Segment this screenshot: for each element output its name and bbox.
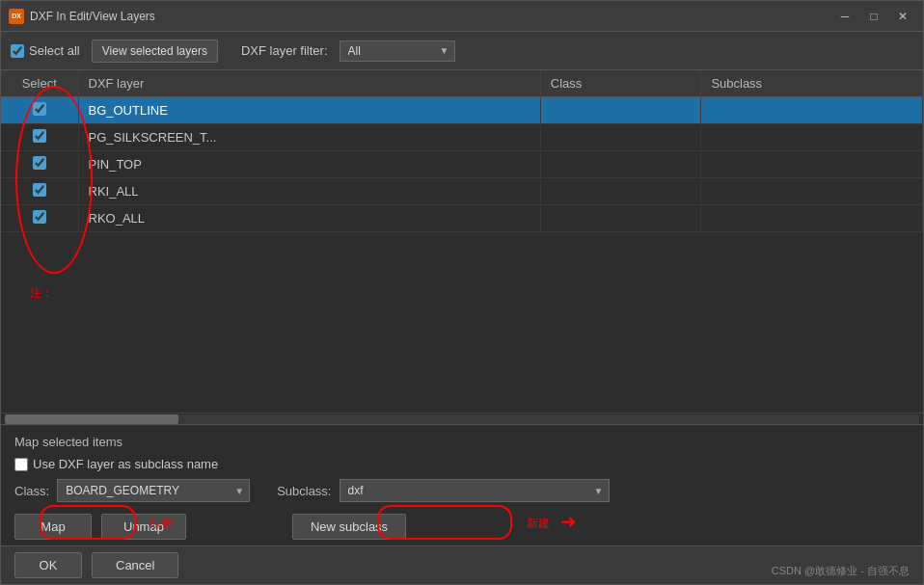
row-checkbox-0[interactable] [33, 102, 46, 116]
table-row: BG_OUTLINE [1, 97, 923, 124]
col-header-class: Class [540, 70, 701, 97]
cancel-button[interactable]: Cancel [92, 552, 178, 578]
select-all-checkbox[interactable] [11, 44, 24, 58]
view-selected-button[interactable]: View selected layers [92, 40, 218, 63]
row-layer-name: BG_OUTLINE [78, 97, 540, 124]
horizontal-scrollbar[interactable] [1, 412, 923, 424]
row-checkbox-cell [1, 97, 78, 124]
row-layer-name: PIN_TOP [78, 151, 540, 178]
row-subclass [701, 151, 923, 178]
select-all-label[interactable]: Select all [11, 43, 80, 58]
row-class [540, 97, 701, 124]
row-class [540, 151, 701, 178]
footer: OK Cancel [1, 545, 923, 584]
row-checkbox-4[interactable] [33, 210, 46, 224]
row-checkbox-cell [1, 205, 78, 232]
row-class [540, 178, 701, 205]
minimize-button[interactable]: ─ [832, 7, 857, 26]
window-controls: ─ □ ✕ [832, 7, 915, 26]
filter-select-wrapper: All Selected Unselected [340, 40, 455, 62]
use-dxf-checkbox[interactable] [14, 458, 28, 471]
title-bar: DX DXF In Edit/View Layers ─ □ ✕ [1, 1, 923, 32]
row-class [540, 205, 701, 232]
row-layer-name: RKO_ALL [78, 205, 540, 232]
map-button[interactable]: Map [14, 514, 92, 540]
layer-table-area: Select DXF layer Class Subclass BG_OUTLI… [1, 70, 923, 412]
table-row: PIN_TOP [1, 151, 923, 178]
class-subclass-row: Class: BOARD_GEOMETRY ETCH PIN VIA DRAWI… [14, 479, 910, 502]
use-dxf-row: Use DXF layer as subclass name [14, 457, 910, 471]
ok-button[interactable]: OK [14, 552, 82, 578]
use-dxf-label[interactable]: Use DXF layer as subclass name [14, 457, 218, 471]
row-subclass [701, 124, 923, 151]
scrollbar-thumb[interactable] [5, 414, 178, 424]
row-layer-name: PG_SILKSCREEN_T... [78, 124, 540, 151]
col-header-dxf-layer: DXF layer [78, 70, 540, 97]
table-header-row: Select DXF layer Class Subclass [1, 70, 923, 97]
table-row: RKO_ALL [1, 205, 923, 232]
toolbar: Select all View selected layers DXF laye… [1, 32, 923, 70]
row-checkbox-cell [1, 151, 78, 178]
row-subclass [701, 178, 923, 205]
layer-table: Select DXF layer Class Subclass BG_OUTLI… [1, 70, 923, 232]
bottom-panel: Map selected items Use DXF layer as subc… [1, 424, 923, 545]
row-checkbox-cell [1, 124, 78, 151]
col-header-select: Select [1, 70, 78, 97]
close-button[interactable]: ✕ [890, 7, 915, 26]
row-checkbox-3[interactable] [33, 183, 46, 197]
filter-label: DXF layer filter: [241, 43, 328, 58]
row-subclass [701, 97, 923, 124]
window-title: DXF In Edit/View Layers [30, 10, 832, 23]
row-checkbox-2[interactable] [33, 156, 46, 170]
class-label: Class: [14, 484, 49, 498]
table-body: BG_OUTLINEPG_SILKSCREEN_T...PIN_TOPRKI_A… [1, 97, 923, 232]
table-row: PG_SILKSCREEN_T... [1, 124, 923, 151]
map-section-title: Map selected items [14, 435, 910, 449]
filter-select[interactable]: All Selected Unselected [340, 40, 455, 62]
row-subclass [701, 205, 923, 232]
row-checkbox-cell [1, 178, 78, 205]
class-select-wrapper: BOARD_GEOMETRY ETCH PIN VIA DRAWING FORM… [57, 479, 250, 502]
subclass-select-wrapper: dxf ASSEMBLY_TOP ASSEMBLY_BOTTOM OUTLINE [340, 479, 610, 502]
row-layer-name: RKI_ALL [78, 178, 540, 205]
table-row: RKI_ALL [1, 178, 923, 205]
new-subclass-button[interactable]: New subclass [292, 514, 406, 540]
maximize-button[interactable]: □ [861, 7, 886, 26]
app-icon: DX [9, 9, 24, 24]
row-class [540, 124, 701, 151]
action-btn-row: Map Unmap New subclass [1, 508, 923, 545]
row-checkbox-1[interactable] [33, 129, 46, 143]
class-select[interactable]: BOARD_GEOMETRY ETCH PIN VIA DRAWING FORM… [57, 479, 250, 502]
unmap-button[interactable]: Unmap [101, 514, 186, 540]
subclass-select[interactable]: dxf ASSEMBLY_TOP ASSEMBLY_BOTTOM OUTLINE [340, 479, 610, 502]
main-window: DX DXF In Edit/View Layers ─ □ ✕ Select … [0, 0, 924, 585]
scrollbar-track [5, 414, 919, 424]
subclass-label: Subclass: [277, 484, 331, 498]
map-section: Map selected items Use DXF layer as subc… [1, 425, 923, 508]
col-header-subclass: Subclass [701, 70, 923, 97]
